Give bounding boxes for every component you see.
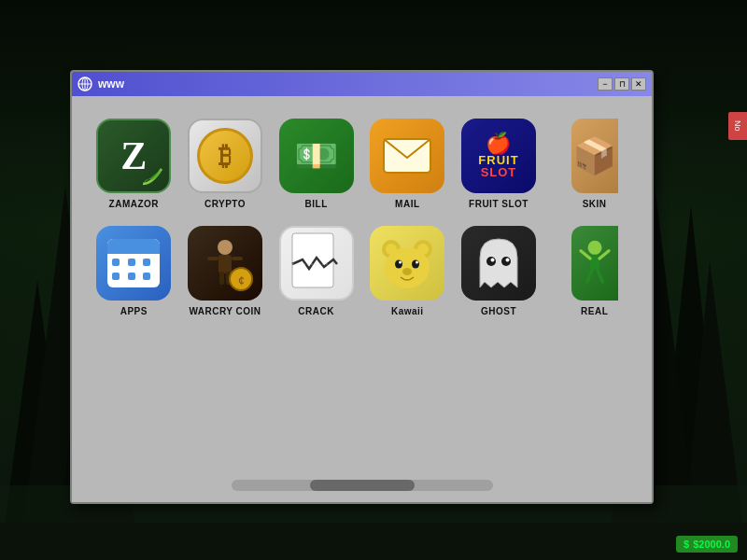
svg-point-38 [587, 241, 601, 255]
svg-rect-18 [219, 272, 224, 285]
svg-point-34 [486, 257, 496, 266]
fruitslot-icon: 🍎 FRUIT SLOT [461, 119, 536, 193]
svg-point-29 [395, 260, 402, 269]
notification-label: No [733, 120, 742, 132]
crypto-icon: ₿ [188, 119, 262, 193]
apps-grid: Z ZAMAZOR ₿ CRYPTO 💵 [91, 115, 633, 320]
scrollbar-thumb[interactable] [310, 480, 415, 491]
fruitslot-label: FRUIT SLOT [469, 199, 529, 209]
mail-icon [370, 119, 444, 193]
skin-label: SKIN [583, 199, 607, 209]
minimize-button[interactable]: − [598, 77, 613, 91]
bill-label: BILL [305, 199, 328, 209]
apps-icon [96, 226, 171, 301]
globe-icon [78, 77, 92, 91]
apps-label: APPS [120, 306, 148, 316]
svg-point-30 [412, 260, 419, 269]
svg-rect-39 [590, 256, 599, 270]
app-warcry[interactable]: ₵ WARCRY COIN [182, 222, 269, 320]
titlebar: www − ⊓ ✕ [72, 72, 652, 96]
kawaii-label: Kawaii [391, 306, 424, 316]
svg-line-40 [581, 251, 590, 259]
ghost-label: GHOST [481, 306, 516, 316]
app-real[interactable]: REAL [546, 222, 633, 320]
app-zamazor[interactable]: Z ZAMAZOR [91, 115, 177, 213]
svg-rect-16 [207, 257, 218, 260]
zamazor-label: ZAMAZOR [109, 199, 160, 209]
ghost-icon [461, 226, 536, 301]
svg-line-41 [599, 251, 609, 259]
app-kawaii[interactable]: Kawaii [364, 222, 451, 320]
svg-point-33 [402, 268, 412, 275]
app-bill[interactable]: 💵 BILL [273, 115, 359, 213]
crack-icon [279, 226, 354, 301]
window-controls: − ⊓ ✕ [598, 77, 646, 91]
warcry-label: WARCRY COIN [189, 306, 261, 316]
app-apps[interactable]: APPS [91, 222, 177, 320]
app-skin[interactable]: 📦 SKIN [546, 115, 633, 213]
svg-point-35 [501, 257, 511, 266]
svg-line-43 [597, 270, 602, 282]
mail-label: MAIL [395, 199, 419, 209]
zamazor-icon: Z [96, 119, 171, 193]
crack-label: CRACK [298, 306, 334, 316]
svg-rect-8 [0, 523, 747, 560]
money-symbol: $ [684, 539, 689, 550]
real-label: REAL [581, 306, 608, 316]
svg-point-32 [416, 261, 418, 264]
app-crypto[interactable]: ₿ CRYPTO [182, 115, 269, 213]
skin-icon: 📦 [571, 119, 618, 193]
app-ghost[interactable]: GHOST [456, 222, 543, 320]
app-mail[interactable]: MAIL [364, 115, 451, 213]
real-icon [571, 226, 618, 301]
window-title: www [98, 77, 598, 91]
scrollbar-track[interactable] [232, 480, 493, 491]
svg-rect-15 [218, 255, 232, 273]
svg-text:₵: ₵ [238, 275, 244, 286]
svg-point-14 [218, 240, 233, 255]
notification-button[interactable]: No [728, 112, 747, 140]
restore-button[interactable]: ⊓ [614, 77, 629, 91]
svg-point-37 [505, 259, 509, 262]
money-display: $ $2000.0 [676, 536, 738, 553]
money-amount: $2000.0 [693, 539, 730, 550]
svg-point-36 [490, 259, 494, 262]
warcry-icon: ₵ [188, 226, 262, 301]
kawaii-icon [370, 226, 444, 301]
app-fruitslot[interactable]: 🍎 FRUIT SLOT FRUIT SLOT [456, 115, 543, 213]
svg-line-42 [586, 270, 592, 282]
browser-window: www − ⊓ ✕ Z ZAMAZOR [70, 70, 654, 504]
close-button[interactable]: ✕ [631, 77, 646, 91]
app-crack[interactable]: CRACK [273, 222, 359, 320]
bill-icon: 💵 [279, 119, 354, 193]
svg-point-31 [399, 261, 402, 264]
crypto-label: CRYPTO [204, 199, 246, 209]
window-body: Z ZAMAZOR ₿ CRYPTO 💵 [72, 96, 652, 502]
svg-rect-17 [232, 257, 243, 260]
